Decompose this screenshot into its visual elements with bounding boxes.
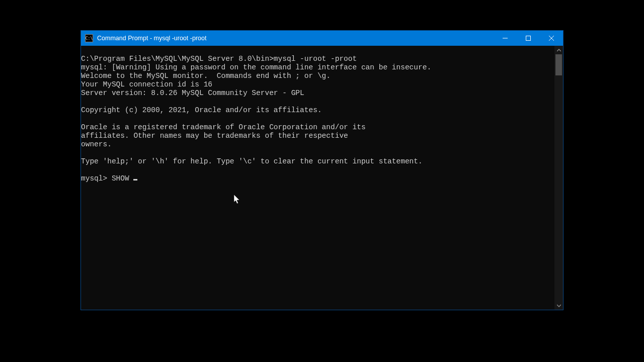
close-button[interactable] [540, 31, 563, 46]
titlebar[interactable]: C:\ Command Prompt - mysql -uroot -proot [81, 31, 563, 46]
terminal-line [81, 166, 554, 174]
terminal-line: owners. [81, 140, 554, 149]
terminal-line [81, 149, 554, 157]
mysql-prompt: mysql> [81, 174, 112, 183]
command-prompt-window: C:\ Command Prompt - mysql -uroot -proot [80, 30, 564, 310]
terminal-line [81, 115, 554, 123]
cmd-icon-label: C:\ [86, 36, 93, 41]
terminal-line: mysql: [Warning] Using a password on the… [81, 63, 554, 72]
terminal-line: Your MySQL connection id is 16 [81, 80, 554, 89]
vertical-scrollbar[interactable] [554, 46, 563, 310]
maximize-button[interactable] [517, 31, 540, 46]
terminal-input-text[interactable]: SHOW [112, 174, 134, 183]
scroll-thumb[interactable] [555, 54, 562, 75]
cmd-icon: C:\ [85, 34, 93, 42]
terminal-line: Copyright (c) 2000, 2021, Oracle and/or … [81, 106, 554, 115]
terminal-line: Type 'help;' or '\h' for help. Type '\c'… [81, 157, 554, 166]
chevron-up-icon [557, 48, 561, 52]
window-title: Command Prompt - mysql -uroot -proot [97, 35, 494, 42]
terminal-prompt-line[interactable]: mysql> SHOW [81, 174, 554, 183]
chevron-down-icon [557, 304, 561, 308]
client-area: C:\Program Files\MySQL\MySQL Server 8.0\… [81, 46, 563, 310]
terminal-line: Oracle is a registered trademark of Orac… [81, 123, 554, 132]
maximize-icon [526, 36, 531, 41]
minimize-icon [503, 36, 508, 41]
terminal-line: affiliates. Other names may be trademark… [81, 132, 554, 140]
terminal-output[interactable]: C:\Program Files\MySQL\MySQL Server 8.0\… [81, 46, 554, 310]
window-controls [494, 31, 563, 46]
close-icon [549, 36, 554, 41]
terminal-line: Server version: 8.0.26 MySQL Community S… [81, 89, 554, 98]
terminal-line: Welcome to the MySQL monitor. Commands e… [81, 72, 554, 80]
svg-rect-1 [526, 36, 531, 41]
terminal-line: C:\Program Files\MySQL\MySQL Server 8.0\… [81, 55, 554, 63]
scroll-down-button[interactable] [554, 301, 563, 310]
scroll-up-button[interactable] [554, 46, 563, 54]
text-cursor [133, 179, 137, 180]
terminal-line [81, 98, 554, 106]
minimize-button[interactable] [494, 31, 517, 46]
